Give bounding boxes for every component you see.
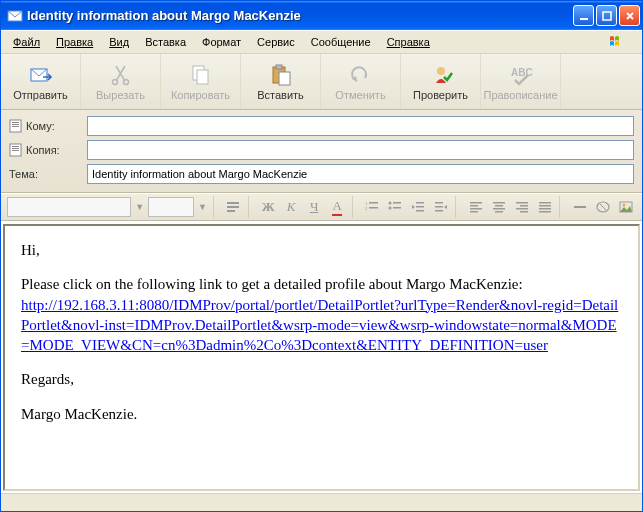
svg-rect-50 <box>539 202 551 204</box>
svg-rect-43 <box>495 205 503 207</box>
svg-rect-14 <box>12 122 19 123</box>
check-icon <box>429 63 453 87</box>
svg-rect-29 <box>393 202 401 204</box>
indent-button[interactable] <box>430 196 451 218</box>
svg-rect-54 <box>574 206 586 208</box>
menu-insert[interactable]: Вставка <box>137 33 194 51</box>
svg-rect-34 <box>416 210 424 212</box>
para-style-button[interactable] <box>223 196 244 218</box>
italic-button[interactable]: К <box>281 196 302 218</box>
menu-bar: Файл Правка Вид Вставка Формат Сервис Со… <box>1 30 642 54</box>
chevron-down-icon: ▼ <box>196 202 209 212</box>
svg-point-5 <box>123 79 128 84</box>
font-select[interactable] <box>7 197 131 217</box>
menu-tools[interactable]: Сервис <box>249 33 303 51</box>
svg-rect-19 <box>12 148 19 149</box>
message-headers: Кому: Копия: Тема: <box>1 110 642 193</box>
minimize-button[interactable] <box>573 5 594 26</box>
window-title: Identity information about Margo MacKenz… <box>27 8 573 23</box>
svg-rect-48 <box>516 208 528 210</box>
svg-rect-39 <box>470 205 478 207</box>
copy-button[interactable]: Копировать <box>161 54 241 109</box>
send-button[interactable]: Отправить <box>1 54 81 109</box>
compose-window: Identity information about Margo MacKenz… <box>0 0 643 512</box>
numbered-list-button[interactable]: 12 <box>361 196 382 218</box>
svg-text:ABC: ABC <box>511 67 533 78</box>
paste-button[interactable]: Вставить <box>241 54 321 109</box>
profile-link[interactable]: http://192.168.3.11:8080/IDMProv/portal/… <box>21 297 618 354</box>
svg-rect-40 <box>470 208 482 210</box>
align-center-button[interactable] <box>488 196 509 218</box>
svg-rect-1 <box>580 18 588 20</box>
svg-rect-42 <box>493 202 505 204</box>
subject-field[interactable] <box>87 164 634 184</box>
svg-rect-36 <box>435 206 443 208</box>
size-select[interactable] <box>148 197 194 217</box>
svg-rect-51 <box>539 205 551 207</box>
menu-help[interactable]: Справка <box>379 33 438 51</box>
svg-point-28 <box>388 202 391 205</box>
svg-rect-32 <box>416 202 424 204</box>
menu-message[interactable]: Сообщение <box>303 33 379 51</box>
copy-icon <box>189 63 213 87</box>
svg-point-4 <box>112 79 117 84</box>
to-label[interactable]: Кому: <box>9 119 81 133</box>
underline-button[interactable]: Ч <box>304 196 325 218</box>
svg-rect-44 <box>493 208 505 210</box>
align-justify-button[interactable] <box>534 196 555 218</box>
cut-icon <box>109 63 133 87</box>
svg-rect-52 <box>539 208 551 210</box>
svg-rect-53 <box>539 211 551 213</box>
menu-format[interactable]: Формат <box>194 33 249 51</box>
svg-rect-41 <box>470 211 478 213</box>
svg-rect-16 <box>12 126 19 127</box>
svg-rect-18 <box>12 146 19 147</box>
subject-label: Тема: <box>9 168 81 180</box>
svg-point-11 <box>437 67 445 75</box>
body-area: Hi, Please click on the following link t… <box>1 221 642 493</box>
svg-rect-46 <box>516 202 528 204</box>
message-body[interactable]: Hi, Please click on the following link t… <box>5 226 638 452</box>
svg-point-57 <box>622 204 625 207</box>
align-left-button[interactable] <box>465 196 486 218</box>
chevron-down-icon: ▼ <box>133 202 146 212</box>
cc-field[interactable] <box>87 140 634 160</box>
check-button[interactable]: Проверить <box>401 54 481 109</box>
svg-text:2: 2 <box>365 206 368 211</box>
svg-rect-38 <box>470 202 482 204</box>
insert-hr-button[interactable] <box>569 196 590 218</box>
bullet-list-button[interactable] <box>384 196 405 218</box>
to-field[interactable] <box>87 116 634 136</box>
svg-rect-10 <box>279 72 290 85</box>
svg-rect-20 <box>12 150 19 151</box>
svg-rect-33 <box>416 206 424 208</box>
close-button[interactable] <box>619 5 640 26</box>
signature: Margo MacKenzie. <box>21 404 622 424</box>
cc-label[interactable]: Копия: <box>9 143 81 157</box>
cut-button[interactable]: Вырезать <box>81 54 161 109</box>
bold-button[interactable]: Ж <box>258 196 279 218</box>
menu-view[interactable]: Вид <box>101 33 137 51</box>
svg-rect-2 <box>603 12 611 20</box>
spelling-button[interactable]: ABC Правописание <box>481 54 561 109</box>
undo-button[interactable]: Отменить <box>321 54 401 109</box>
maximize-button[interactable] <box>596 5 617 26</box>
svg-rect-49 <box>520 211 528 213</box>
insert-link-button[interactable] <box>592 196 613 218</box>
svg-rect-21 <box>227 202 239 204</box>
svg-rect-27 <box>369 207 378 209</box>
svg-rect-31 <box>393 207 401 209</box>
insert-picture-button[interactable] <box>615 196 636 218</box>
body-text: Hi, <box>21 240 622 260</box>
font-color-button[interactable]: A <box>327 196 348 218</box>
title-bar[interactable]: Identity information about Margo MacKenz… <box>1 1 642 30</box>
menu-file[interactable]: Файл <box>5 33 48 51</box>
address-book-icon <box>9 143 23 157</box>
status-bar <box>1 493 642 511</box>
svg-rect-35 <box>435 202 443 204</box>
menu-edit[interactable]: Правка <box>48 33 101 51</box>
svg-rect-22 <box>227 206 239 208</box>
align-right-button[interactable] <box>511 196 532 218</box>
svg-rect-15 <box>12 124 19 125</box>
outdent-button[interactable] <box>407 196 428 218</box>
